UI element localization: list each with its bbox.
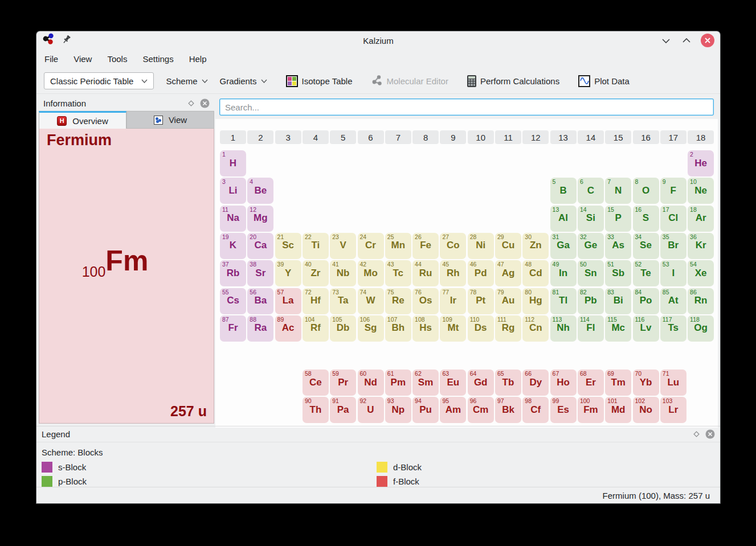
element-fm[interactable]: 100Fm (578, 397, 604, 423)
menu-help[interactable]: Help (189, 54, 207, 64)
element-f[interactable]: 9F (660, 178, 686, 204)
element-co[interactable]: 27Co (440, 233, 466, 259)
element-be[interactable]: 4Be (247, 178, 273, 204)
element-kr[interactable]: 36Kr (688, 233, 714, 259)
element-ac[interactable]: 89Ac (275, 315, 301, 342)
scheme-menu-button[interactable]: Scheme (166, 76, 207, 86)
float-panel-icon[interactable] (188, 100, 194, 106)
close-panel-icon[interactable] (705, 429, 715, 439)
group-number-12[interactable]: 12 (522, 130, 549, 144)
element-ds[interactable]: 110Ds (468, 315, 494, 342)
element-bi[interactable]: 83Bi (605, 288, 631, 314)
group-number-8[interactable]: 8 (412, 130, 439, 144)
element-cn[interactable]: 112Cn (522, 315, 549, 342)
element-tm[interactable]: 69Tm (605, 370, 631, 396)
element-ne[interactable]: 10Ne (688, 178, 714, 204)
element-w[interactable]: 74W (358, 288, 384, 314)
group-number-15[interactable]: 15 (605, 130, 631, 144)
element-sn[interactable]: 50Sn (578, 260, 604, 286)
element-cd[interactable]: 48Cd (522, 260, 549, 286)
element-rb[interactable]: 37Rb (220, 260, 246, 286)
element-tc[interactable]: 43Tc (385, 260, 411, 286)
element-ta[interactable]: 73Ta (330, 288, 356, 314)
element-at[interactable]: 85At (660, 288, 686, 314)
element-zr[interactable]: 40Zr (303, 260, 329, 286)
element-mc[interactable]: 115Mc (605, 315, 631, 342)
menu-tools[interactable]: Tools (107, 54, 127, 64)
group-number-13[interactable]: 13 (550, 130, 577, 144)
element-cl[interactable]: 17Cl (660, 206, 686, 232)
element-b[interactable]: 5B (550, 178, 577, 204)
element-es[interactable]: 99Es (550, 397, 577, 423)
element-in[interactable]: 49In (550, 260, 577, 286)
plot-data-button[interactable]: Plot Data (578, 75, 630, 87)
group-number-14[interactable]: 14 (578, 130, 604, 144)
element-te[interactable]: 52Te (633, 260, 659, 286)
element-o[interactable]: 8O (633, 178, 659, 204)
element-ba[interactable]: 56Ba (247, 288, 273, 314)
element-ts[interactable]: 117Ts (660, 315, 686, 342)
group-number-6[interactable]: 6 (358, 130, 384, 144)
element-ca[interactable]: 20Ca (247, 233, 273, 259)
element-hs[interactable]: 108Hs (412, 315, 439, 342)
element-zn[interactable]: 30Zn (522, 233, 549, 259)
element-ni[interactable]: 28Ni (468, 233, 494, 259)
tab-view[interactable]: View (126, 111, 214, 129)
element-ga[interactable]: 31Ga (550, 233, 577, 259)
element-th[interactable]: 90Th (303, 397, 329, 423)
element-si[interactable]: 14Si (578, 206, 604, 232)
element-tb[interactable]: 65Tb (495, 370, 521, 396)
tab-overview[interactable]: H Overview (39, 111, 126, 129)
element-mg[interactable]: 12Mg (247, 206, 273, 232)
element-sc[interactable]: 21Sc (275, 233, 301, 259)
isotope-table-button[interactable]: Isotope Table (286, 75, 353, 87)
element-k[interactable]: 19K (220, 233, 246, 259)
element-mn[interactable]: 25Mn (385, 233, 411, 259)
element-rn[interactable]: 86Rn (688, 288, 714, 314)
element-re[interactable]: 75Re (385, 288, 411, 314)
maximize-button[interactable] (680, 34, 693, 47)
group-number-10[interactable]: 10 (468, 130, 494, 144)
group-number-3[interactable]: 3 (275, 130, 301, 144)
element-gd[interactable]: 64Gd (468, 370, 494, 396)
element-og[interactable]: 118Og (688, 315, 714, 342)
element-sg[interactable]: 106Sg (358, 315, 384, 342)
menu-view[interactable]: View (73, 54, 92, 64)
element-na[interactable]: 11Na (220, 206, 246, 232)
element-lv[interactable]: 116Lv (633, 315, 659, 342)
element-v[interactable]: 23V (330, 233, 356, 259)
element-cf[interactable]: 98Cf (522, 397, 549, 423)
element-y[interactable]: 39Y (275, 260, 301, 286)
element-lr[interactable]: 103Lr (660, 397, 686, 423)
minimize-button[interactable] (660, 34, 672, 47)
element-yb[interactable]: 70Yb (633, 370, 659, 396)
element-pb[interactable]: 82Pb (578, 288, 604, 314)
element-pd[interactable]: 46Pd (468, 260, 494, 286)
group-number-2[interactable]: 2 (247, 130, 273, 144)
element-bk[interactable]: 97Bk (495, 397, 521, 423)
element-xe[interactable]: 54Xe (688, 260, 714, 286)
group-number-4[interactable]: 4 (303, 130, 329, 144)
element-os[interactable]: 76Os (412, 288, 439, 314)
element-ge[interactable]: 32Ge (578, 233, 604, 259)
element-sm[interactable]: 62Sm (412, 370, 439, 396)
group-number-16[interactable]: 16 (633, 130, 659, 144)
element-lu[interactable]: 71Lu (660, 370, 686, 396)
element-ir[interactable]: 77Ir (440, 288, 466, 314)
element-tl[interactable]: 81Tl (550, 288, 577, 314)
element-mo[interactable]: 42Mo (358, 260, 384, 286)
group-number-17[interactable]: 17 (660, 130, 686, 144)
element-fr[interactable]: 87Fr (220, 315, 246, 342)
element-p[interactable]: 15P (605, 206, 631, 232)
element-po[interactable]: 84Po (633, 288, 659, 314)
element-cu[interactable]: 29Cu (495, 233, 521, 259)
group-number-7[interactable]: 7 (385, 130, 411, 144)
element-cm[interactable]: 96Cm (468, 397, 494, 423)
element-ra[interactable]: 88Ra (247, 315, 273, 342)
element-al[interactable]: 13Al (550, 206, 577, 232)
element-ag[interactable]: 47Ag (495, 260, 521, 286)
element-hg[interactable]: 80Hg (522, 288, 549, 314)
element-mt[interactable]: 109Mt (440, 315, 466, 342)
element-rh[interactable]: 45Rh (440, 260, 466, 286)
menu-settings[interactable]: Settings (142, 54, 173, 64)
